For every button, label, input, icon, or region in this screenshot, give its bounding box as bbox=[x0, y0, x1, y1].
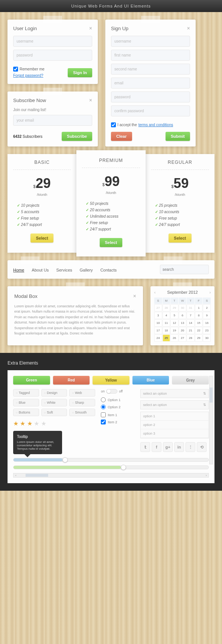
calendar-day[interactable]: 17 bbox=[154, 327, 162, 334]
close-icon[interactable]: × bbox=[89, 25, 92, 31]
select-plan-button[interactable]: Select bbox=[100, 238, 122, 247]
calendar-day[interactable]: 20 bbox=[179, 327, 187, 334]
list-box[interactable]: option 1option 2option 3 bbox=[140, 412, 209, 438]
calendar-day[interactable]: 27 bbox=[154, 304, 162, 311]
tag[interactable]: Design bbox=[41, 389, 67, 397]
clear-button[interactable]: Clear bbox=[111, 132, 132, 141]
calendar-day[interactable]: 3 bbox=[154, 312, 162, 319]
calendar-day[interactable]: 30 bbox=[179, 304, 187, 311]
terms-checkbox[interactable] bbox=[111, 122, 116, 127]
calendar-day[interactable]: 10 bbox=[154, 319, 162, 327]
radio[interactable] bbox=[101, 404, 106, 409]
close-icon[interactable]: × bbox=[89, 97, 92, 103]
close-icon[interactable]: × bbox=[133, 293, 136, 299]
tag[interactable]: Tagged bbox=[13, 389, 39, 397]
cal-next-icon[interactable]: › bbox=[210, 290, 211, 295]
list-option[interactable]: option 3 bbox=[141, 429, 208, 438]
scroll-right-icon[interactable]: › bbox=[204, 474, 208, 477]
calendar-day[interactable]: 15 bbox=[195, 319, 203, 327]
calendar-day[interactable]: 7 bbox=[187, 312, 195, 319]
list-option[interactable]: option 1 bbox=[141, 412, 208, 421]
nav-item[interactable]: Services bbox=[56, 268, 72, 272]
signup-username-input[interactable] bbox=[111, 36, 190, 47]
email-input[interactable] bbox=[13, 115, 92, 126]
tag[interactable]: Buttons bbox=[13, 409, 39, 416]
tag[interactable]: Soft bbox=[41, 409, 67, 416]
signup-confirm-input[interactable] bbox=[111, 105, 190, 116]
color-button[interactable]: Yellow bbox=[93, 376, 129, 385]
facebook-icon[interactable]: f bbox=[152, 442, 161, 452]
calendar-day[interactable]: 26 bbox=[170, 334, 178, 342]
calendar-day[interactable]: 29 bbox=[170, 304, 178, 311]
calendar-day[interactable]: 11 bbox=[163, 319, 170, 327]
slider-blue[interactable] bbox=[13, 458, 209, 462]
tag[interactable]: Blue bbox=[13, 399, 39, 406]
calendar-day[interactable]: 27 bbox=[179, 334, 187, 342]
scroll-thumb[interactable] bbox=[210, 388, 213, 403]
nav-item[interactable]: Gallery bbox=[80, 268, 93, 272]
signup-email-input[interactable] bbox=[111, 78, 190, 89]
calendar-day[interactable]: 29 bbox=[195, 334, 203, 342]
color-button[interactable]: Red bbox=[53, 376, 90, 385]
color-button[interactable]: Blue bbox=[132, 376, 169, 385]
tag[interactable]: White bbox=[41, 399, 67, 406]
cal-prev-icon[interactable]: ‹ bbox=[154, 290, 155, 295]
remember-checkbox[interactable] bbox=[13, 67, 18, 72]
calendar-day[interactable]: 1 bbox=[195, 304, 203, 311]
star-rating[interactable]: ★ ★ ★ ★ ★ bbox=[13, 420, 95, 427]
calendar-day[interactable]: 25 bbox=[163, 334, 170, 342]
checkbox[interactable] bbox=[101, 412, 106, 417]
select-dropdown[interactable]: select an option⇅ bbox=[140, 389, 209, 398]
tag[interactable]: Web bbox=[69, 389, 95, 397]
google-plus-icon[interactable]: g+ bbox=[163, 442, 173, 452]
nav-item[interactable]: Home bbox=[13, 268, 24, 272]
username-input[interactable] bbox=[13, 36, 92, 47]
calendar-day[interactable]: 22 bbox=[195, 327, 203, 334]
calendar-day[interactable]: 23 bbox=[203, 327, 211, 334]
select-plan-button[interactable]: Select bbox=[30, 233, 53, 243]
calendar-day[interactable]: 13 bbox=[179, 319, 187, 327]
twitter-icon[interactable]: 𝕥 bbox=[140, 442, 150, 452]
calendar-day[interactable]: 28 bbox=[187, 334, 195, 342]
nav-item[interactable]: Contacts bbox=[100, 268, 117, 272]
linkedin-icon[interactable]: in bbox=[174, 442, 184, 452]
scroll-left-icon[interactable]: ‹ bbox=[14, 474, 18, 477]
toggle-switch[interactable] bbox=[106, 389, 117, 394]
calendar-day[interactable]: 4 bbox=[163, 312, 170, 319]
list-option[interactable]: option 2 bbox=[141, 421, 208, 429]
share-icon[interactable]: ⟲ bbox=[197, 442, 207, 452]
calendar-day[interactable]: 30 bbox=[203, 334, 211, 342]
signin-button[interactable]: Sign In bbox=[68, 68, 92, 77]
calendar-day[interactable]: 28 bbox=[163, 304, 170, 311]
vertical-scrollbar[interactable] bbox=[209, 376, 213, 464]
calendar-day[interactable]: 21 bbox=[187, 327, 195, 334]
terms-link[interactable]: terms and conditions bbox=[138, 123, 173, 127]
checkbox[interactable] bbox=[101, 420, 106, 424]
nav-item[interactable]: About Us bbox=[32, 268, 49, 272]
signup-firstname-input[interactable] bbox=[111, 50, 190, 61]
select-plan-button[interactable]: Select bbox=[169, 233, 191, 243]
signup-password-input[interactable] bbox=[111, 92, 190, 102]
color-button[interactable]: Grey bbox=[172, 376, 209, 385]
signup-secondname-input[interactable] bbox=[111, 64, 190, 75]
calendar-day[interactable]: 2 bbox=[203, 304, 211, 311]
calendar-day[interactable]: 12 bbox=[170, 319, 178, 327]
calendar-day[interactable]: 6 bbox=[179, 312, 187, 319]
forgot-password-link[interactable]: Forgot password? bbox=[13, 73, 43, 78]
calendar-day[interactable]: 8 bbox=[195, 312, 203, 319]
select-dropdown[interactable]: select an option⇅ bbox=[140, 400, 209, 409]
radio[interactable] bbox=[101, 397, 106, 402]
tag[interactable]: Smooth bbox=[69, 409, 95, 416]
calendar-day[interactable]: 18 bbox=[163, 327, 170, 334]
horizontal-scrollbar[interactable]: ‹› bbox=[13, 473, 209, 478]
calendar-day[interactable]: 19 bbox=[170, 327, 178, 334]
tag[interactable]: Sharp bbox=[69, 399, 95, 406]
subscribe-button[interactable]: Subscribe bbox=[62, 132, 92, 141]
close-icon[interactable]: × bbox=[187, 25, 190, 31]
password-input[interactable] bbox=[13, 50, 92, 61]
nav-search-input[interactable] bbox=[160, 265, 209, 274]
calendar-day[interactable]: 16 bbox=[203, 319, 211, 327]
calendar-day[interactable]: 24 bbox=[154, 334, 162, 342]
calendar-day[interactable]: 14 bbox=[187, 319, 195, 327]
submit-button[interactable]: Submit bbox=[166, 132, 190, 141]
